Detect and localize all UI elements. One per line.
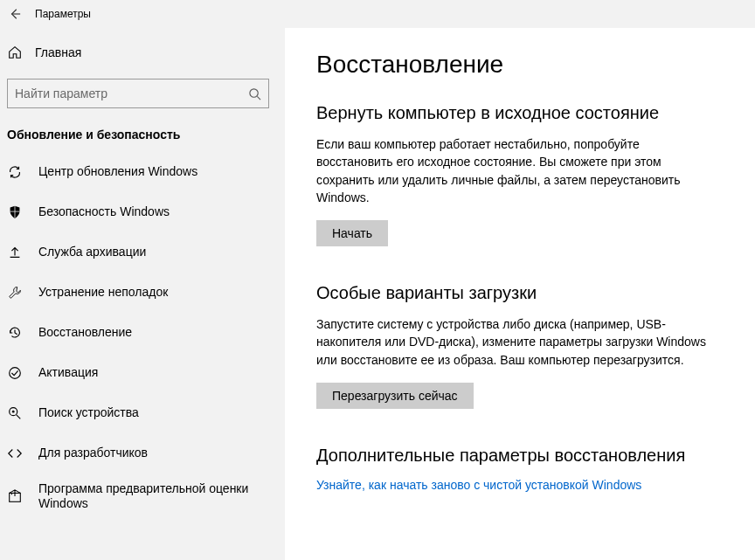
sidebar-item-label: Поиск устройства [38, 405, 139, 421]
titlebar: Параметры [0, 0, 755, 28]
upload-icon [7, 245, 23, 260]
sidebar-item-label: Безопасность Windows [38, 204, 170, 220]
svg-point-5 [12, 411, 15, 413]
sidebar-item-label: Восстановление [38, 325, 132, 341]
reset-start-button[interactable]: Начать [316, 220, 388, 246]
svg-point-1 [249, 88, 257, 96]
back-icon[interactable] [5, 4, 24, 24]
svg-line-2 [257, 96, 260, 100]
sidebar-item-recovery[interactable]: Восстановление [0, 313, 285, 353]
code-icon [7, 446, 23, 461]
sidebar-item-windows-update[interactable]: Центр обновления Windows [0, 152, 285, 192]
sidebar-item-label: Служба архивации [38, 245, 146, 260]
sidebar-home[interactable]: Главная [0, 35, 285, 70]
window-title: Параметры [35, 8, 91, 20]
sidebar-item-label: Программа предварительной оценки Windows [38, 481, 273, 512]
sidebar: Главная Обновление и безопасность Центр … [0, 28, 285, 560]
sidebar-item-backup[interactable]: Служба архивации [0, 232, 285, 273]
sidebar-item-label: Для разработчиков [38, 446, 148, 461]
section-reset-desc: Если ваш компьютер работает нестабильно,… [316, 135, 718, 206]
search-input-container[interactable] [7, 79, 269, 108]
wrench-icon [7, 285, 23, 301]
sidebar-home-label: Главная [35, 45, 81, 59]
sidebar-item-windows-security[interactable]: Безопасность Windows [0, 192, 285, 232]
search-input[interactable] [15, 86, 247, 100]
main-content: Восстановление Вернуть компьютер в исход… [285, 28, 755, 560]
section-advanced-startup-desc: Запустите систему с устройства либо диск… [316, 315, 718, 369]
history-icon [7, 325, 23, 341]
sidebar-item-label: Устранение неполадок [38, 285, 168, 301]
sidebar-section-header: Обновление и безопасность [0, 121, 285, 152]
restart-now-button[interactable]: Перезагрузить сейчас [316, 383, 474, 409]
sidebar-item-label: Активация [38, 365, 98, 381]
page-title: Восстановление [316, 51, 731, 79]
search-icon [247, 86, 261, 100]
svg-line-6 [17, 415, 21, 419]
sidebar-item-developers[interactable]: Для разработчиков [0, 433, 285, 474]
svg-point-3 [10, 368, 21, 379]
sidebar-item-label: Центр обновления Windows [38, 164, 197, 180]
sync-icon [7, 164, 23, 180]
section-reset-title: Вернуть компьютер в исходное состояние [316, 103, 731, 123]
sidebar-item-insider[interactable]: Программа предварительной оценки Windows [0, 474, 285, 519]
section-more-recovery-title: Дополнительные параметры восстановления [316, 446, 731, 466]
section-advanced-startup-title: Особые варианты загрузки [316, 283, 731, 303]
checkmark-circle-icon [7, 365, 23, 381]
home-icon [7, 45, 23, 60]
sidebar-item-troubleshoot[interactable]: Устранение неполадок [0, 273, 285, 313]
sidebar-item-find-device[interactable]: Поиск устройства [0, 393, 285, 433]
package-icon [7, 488, 23, 504]
shield-icon [7, 204, 23, 220]
sidebar-item-activation[interactable]: Активация [0, 353, 285, 393]
location-search-icon [7, 405, 23, 421]
fresh-start-link[interactable]: Узнайте, как начать заново с чистой уста… [316, 478, 641, 492]
